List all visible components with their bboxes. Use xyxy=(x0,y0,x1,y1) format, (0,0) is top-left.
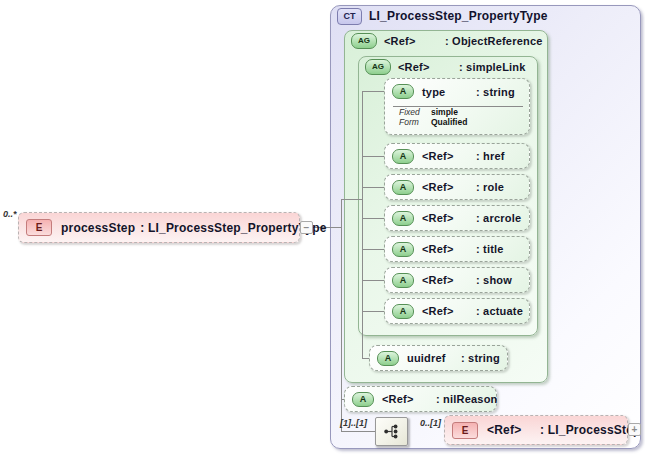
source-cardinality-label: 0..* xyxy=(3,209,17,219)
attribute-type: : arcrole xyxy=(476,212,521,224)
connector-stub-line xyxy=(362,187,384,188)
attribute-type: : href xyxy=(476,150,505,162)
connector-stub-line xyxy=(362,358,369,359)
attribute-type: : nilReason xyxy=(436,393,498,405)
facet-label: Form xyxy=(399,117,425,127)
connector-stub-line xyxy=(362,91,384,92)
complex-type-header: CT LI_ProcessStep_PropertyType xyxy=(337,8,548,24)
sequence-cardinality-parent-label: [1]..[1] xyxy=(340,418,367,428)
facet-value: Qualified xyxy=(431,117,467,127)
attribute-box-uuidref[interactable]: A uuidref : string xyxy=(369,345,508,371)
attribute-badge: A xyxy=(392,211,414,226)
attribute-badge: A xyxy=(392,180,414,195)
expand-handle-icon[interactable]: + xyxy=(628,423,641,436)
attribute-type: : actuate xyxy=(476,305,523,317)
sequence-cardinality-child-label: 0..[1] xyxy=(420,418,441,428)
attribute-badge: A xyxy=(392,273,414,288)
ref-element-name: <Ref> xyxy=(487,423,531,437)
attribute-badge: A xyxy=(352,392,374,407)
attribute-badge: A xyxy=(392,304,414,319)
attribute-name: <Ref> xyxy=(422,212,468,224)
attribute-name: <Ref> xyxy=(422,243,468,255)
ref-element-type: : LI_ProcessStep xyxy=(540,423,641,437)
attribute-name: <Ref> xyxy=(422,181,468,193)
object-reference-name: <Ref> xyxy=(384,35,438,47)
source-element-type: : LI_ProcessStep_PropertyType xyxy=(140,221,326,235)
connector-stub-line xyxy=(362,280,384,281)
connector-stub-line xyxy=(362,218,384,219)
attribute-badge: A xyxy=(392,149,414,164)
object-reference-type: : ObjectReference xyxy=(445,35,543,47)
sequence-icon xyxy=(383,423,400,440)
complex-type-title: LI_ProcessStep_PropertyType xyxy=(369,9,548,23)
connector-trunk-line xyxy=(362,91,363,359)
attribute-type: : show xyxy=(476,274,512,286)
attribute-box-type[interactable]: A type : string Fixed simple Form Qualif… xyxy=(384,78,530,135)
attribute-name: <Ref> xyxy=(422,274,468,286)
simplelink-header: AG <Ref> : simpleLink xyxy=(365,59,526,75)
source-element-name: processStep xyxy=(61,221,135,235)
attribute-type: : string xyxy=(461,352,500,364)
connector-stub-line xyxy=(341,431,375,432)
facet-separator xyxy=(393,106,523,107)
simplelink-name: <Ref> xyxy=(398,61,452,73)
attribute-group-badge: AG xyxy=(351,33,377,49)
attribute-box-title[interactable]: A <Ref> : title xyxy=(384,236,530,262)
element-badge: E xyxy=(26,219,52,236)
attribute-name: <Ref> xyxy=(422,150,468,162)
attribute-type: : string xyxy=(476,86,515,98)
attribute-box-role[interactable]: A <Ref> : role xyxy=(384,174,530,200)
connector-stub-line xyxy=(362,156,384,157)
simplelink-type: : simpleLink xyxy=(459,61,526,73)
attribute-box-show[interactable]: A <Ref> : show xyxy=(384,267,530,293)
attribute-type: : role xyxy=(476,181,504,193)
attribute-box-nilreason[interactable]: A <Ref> : nilReason xyxy=(344,386,497,412)
attribute-badge: A xyxy=(392,242,414,257)
connector-line xyxy=(341,199,362,200)
attribute-box-actuate[interactable]: A <Ref> : actuate xyxy=(384,298,530,324)
attribute-box-arcrole[interactable]: A <Ref> : arcrole xyxy=(384,205,530,231)
connector-stub-line xyxy=(362,249,384,250)
attribute-type: : title xyxy=(476,243,504,255)
connector-stub-line xyxy=(362,311,384,312)
facet-form-row: Form Qualified xyxy=(385,117,529,127)
element-badge: E xyxy=(452,422,478,439)
attribute-badge: A xyxy=(392,84,414,99)
ref-element-box[interactable]: E <Ref> : LI_ProcessStep xyxy=(444,415,628,445)
object-reference-header: AG <Ref> : ObjectReference xyxy=(351,33,543,49)
attribute-name: uuidref xyxy=(407,352,453,364)
attribute-name: type xyxy=(422,86,468,98)
attribute-name: <Ref> xyxy=(422,305,468,317)
facet-fixed-row: Fixed simple xyxy=(385,107,529,117)
collapse-handle-icon[interactable]: − xyxy=(300,221,313,234)
attribute-box-href[interactable]: A <Ref> : href xyxy=(384,143,530,169)
connector-trunk-line xyxy=(341,199,342,432)
attribute-group-badge: AG xyxy=(365,59,391,75)
source-element-box[interactable]: E processStep : LI_ProcessStep_PropertyT… xyxy=(18,212,300,243)
schema-diagram-canvas: 0..* E processStep : LI_ProcessStep_Prop… xyxy=(0,0,645,458)
facet-value: simple xyxy=(431,107,458,117)
attribute-name: <Ref> xyxy=(382,393,428,405)
facet-label: Fixed xyxy=(399,107,425,117)
attribute-badge: A xyxy=(377,351,399,366)
complex-type-badge: CT xyxy=(337,8,362,25)
sequence-compositor-button[interactable] xyxy=(375,417,408,446)
